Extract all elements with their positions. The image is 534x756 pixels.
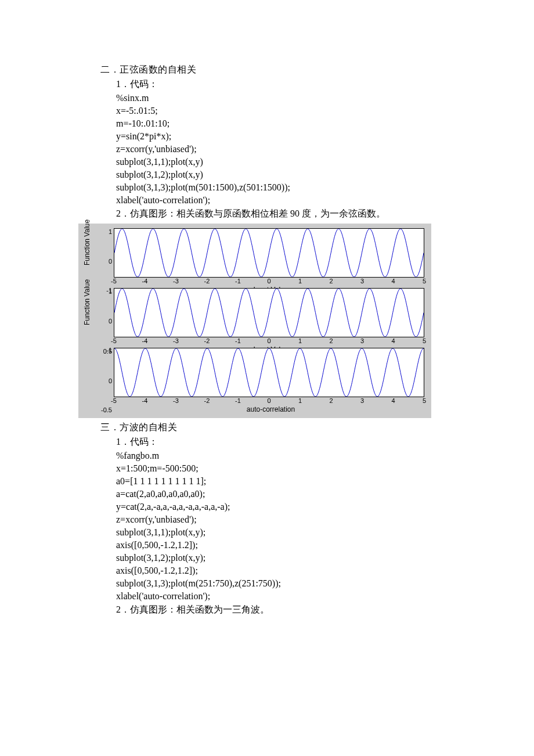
code-line: subplot(3,1,3);plot(m(251:750),z(251:750… (116, 578, 482, 589)
ytick: 0 (99, 258, 112, 265)
xtick: 3 (357, 337, 367, 345)
xtick: -4 (140, 397, 150, 405)
document-page: 二．正弦函数的自相关 1．代码： %sinx.m x=-5:.01:5; m=-… (0, 0, 534, 653)
xtick: -3 (171, 278, 181, 286)
xtick: 2 (326, 337, 337, 345)
code-line: xlabel('auto-correlation'); (116, 591, 482, 602)
xtick: 4 (388, 278, 399, 286)
code-line: z=xcorr(y,'unbiased'); (116, 144, 482, 154)
xtick: 4 (388, 397, 399, 405)
xtick: -4 (140, 278, 150, 286)
code-line: axis([0,500,-1.2,1.2]); (116, 566, 482, 576)
code-line: axis([0,500,-1.2,1.2]); (116, 540, 482, 550)
section-3-heading: 三．方波的自相关 (100, 422, 482, 434)
code-line: %sinx.m (116, 93, 482, 103)
xtick: 2 (326, 278, 337, 286)
matlab-figure: Function Value 1 0 -1 -5 -4 -3 -2 -1 0 1… (78, 224, 431, 418)
code-line: subplot(3,1,1);plot(x,y); (116, 527, 482, 538)
ytick: 0 (99, 377, 112, 384)
xtick: -3 (171, 397, 181, 405)
xtick: 4 (388, 337, 399, 345)
code-line: subplot(3,1,2);plot(x,y) (116, 170, 482, 180)
cosine-curve (114, 348, 424, 397)
sine-curve (114, 229, 424, 277)
ytick: 1 (99, 228, 112, 235)
xtick: -5 (109, 337, 119, 345)
ylabel-1: Function Value (83, 257, 91, 265)
section-3-item1-label: 1．代码： (116, 436, 482, 448)
code-line: subplot(3,1,1);plot(x,y) (116, 157, 482, 167)
xtick: -5 (109, 278, 119, 286)
code-line: y=cat(2,a,-a,a,-a,a,-a,a,-a,a,-a); (116, 502, 482, 512)
plot-area-2 (114, 288, 424, 337)
code-line: a=cat(2,a0,a0,a0,a0,a0); (116, 489, 482, 499)
xtick: -1 (233, 278, 243, 286)
plot-area-3 (114, 348, 424, 397)
code-line: x=1:500;m=-500:500; (116, 463, 482, 474)
ytick: 0 (99, 318, 112, 325)
code-line: subplot(3,1,3);plot(m(501:1500),z(501:15… (116, 182, 482, 193)
xtick: 5 (419, 337, 430, 345)
xtick: 0 (264, 397, 275, 405)
xtick: 0 (264, 278, 275, 286)
sine-curve (114, 289, 424, 337)
code-line: a0=[1 1 1 1 1 1 1 1 1 1]; (116, 476, 482, 487)
xticks-1: -5 -4 -3 -2 -1 0 1 2 3 4 5 (114, 278, 424, 286)
xtick: -5 (109, 397, 119, 405)
xtick: 1 (295, 337, 305, 345)
code-line: m=-10:.01:10; (116, 118, 482, 129)
xtick: 2 (326, 397, 337, 405)
xlabel-3: auto-correlation (114, 405, 428, 413)
xtick: 1 (295, 397, 305, 405)
section-2-heading: 二．正弦函数的自相关 (100, 64, 482, 76)
xtick: -3 (171, 337, 181, 345)
xtick: 5 (419, 397, 430, 405)
xtick: -2 (202, 397, 212, 405)
xtick: -4 (140, 337, 150, 345)
code-line: x=-5:.01:5; (116, 106, 482, 116)
xtick: 0 (264, 337, 275, 345)
xtick: 3 (357, 397, 367, 405)
xticks-3: -5 -4 -3 -2 -1 0 1 2 3 4 5 (114, 397, 424, 405)
subplot-3: 0.5 0 -0.5 -5 -4 -3 -2 -1 0 1 2 3 4 5 (82, 348, 428, 413)
ytick: 1 (99, 288, 112, 295)
section-2-item2-label: 2．仿真图形：相关函数与原函数相位相差 90 度，为一余弦函数。 (116, 208, 482, 220)
xtick: 3 (357, 278, 367, 286)
ytick: 0.5 (99, 348, 112, 355)
section-3-item2-label: 2．仿真图形：相关函数为一三角波。 (116, 604, 482, 616)
code-line: subplot(3,1,2);plot(x,y); (116, 553, 482, 563)
plot-area-1 (114, 228, 424, 278)
ytick: -0.5 (99, 406, 112, 413)
section-2-item1-label: 1．代码： (116, 78, 482, 91)
subplot-2: Function Value 1 0 -1 -5 -4 -3 -2 -1 0 1… (82, 288, 428, 354)
code-line: xlabel('auto-correlation'); (116, 195, 482, 206)
xtick: -2 (202, 278, 212, 286)
code-line: y=sin(2*pi*x); (116, 131, 482, 142)
xtick: -2 (202, 337, 212, 345)
xtick: 1 (295, 278, 305, 286)
subplot-1: Function Value 1 0 -1 -5 -4 -3 -2 -1 0 1… (82, 228, 428, 294)
xtick: -1 (233, 337, 243, 345)
ylabel-2: Function Value (83, 317, 91, 325)
xtick: -1 (233, 397, 243, 405)
xtick: 5 (419, 278, 430, 286)
xticks-2: -5 -4 -3 -2 -1 0 1 2 3 4 5 (114, 337, 424, 345)
code-line: z=xcorr(y,'unbiased'); (116, 514, 482, 525)
code-line: %fangbo.m (116, 451, 482, 461)
